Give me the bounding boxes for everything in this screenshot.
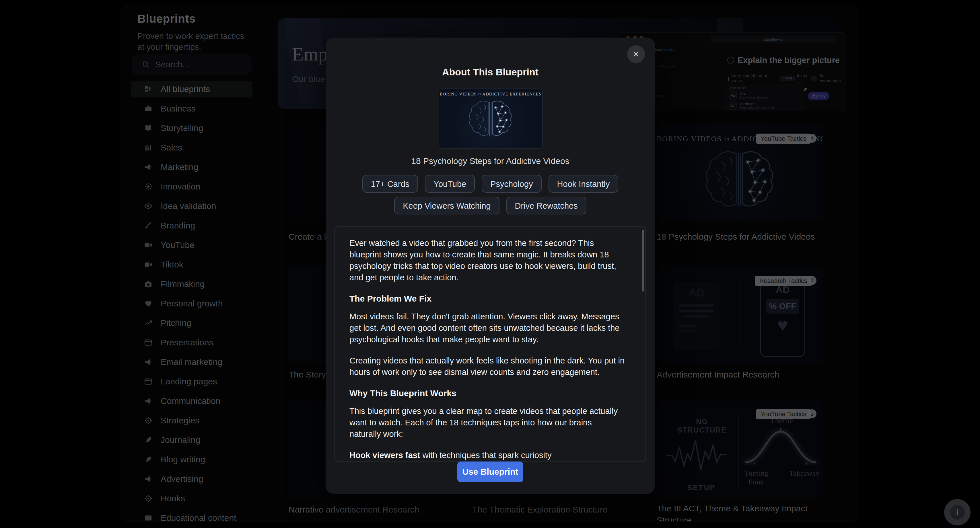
close-icon: ✕ [633,49,639,59]
tag-youtube: YouTube [425,175,475,193]
thumbnail-caption: BORING VIDEOS vs ADDICTIVE EXPERIENCES [439,92,542,97]
modal-title: About This Blueprint [326,67,655,78]
modal-body-paragraph: Creating videos that actually work feels… [349,355,625,378]
scrollbar-thumb[interactable] [642,230,644,292]
modal-body-paragraph: Most videos fail. They don't grab attent… [349,311,625,345]
bold-lead: Hook viewers fast [349,450,420,460]
tag-keep-viewers-watching: Keep Viewers Watching [394,197,499,214]
modal-body-paragraph: Hook viewers fast with techniques that s… [349,449,625,461]
tag-hook-instantly: Hook Instantly [549,175,619,193]
description-scroll-area[interactable]: Ever watched a video that grabbed you fr… [334,227,646,462]
modal-body-heading: Why This Blueprint Works [349,388,625,399]
about-blueprint-modal: ✕ About This Blueprint BORING VIDEOS vs … [326,38,655,494]
tag-row: Keep Viewers WatchingDrive Rewatches [326,197,655,214]
modal-body-heading: The Problem We Fix [349,293,625,304]
tag-drive-rewatches: Drive Rewatches [506,197,586,214]
help-floating-button[interactable]: i [944,499,970,525]
paragraph-text: with techniques that spark curiosity [420,450,552,460]
tag-row: 17+ CardsYouTubePsychologyHook Instantly [326,175,655,193]
screen: { "sidebar": { "title": "Blueprints", "s… [0,0,980,528]
close-button[interactable]: ✕ [627,45,645,63]
info-icon: i [950,505,965,520]
blueprint-name: 18 Psychology Steps for Addictive Videos [326,156,655,166]
blueprint-thumbnail: BORING VIDEOS vs ADDICTIVE EXPERIENCES [439,89,542,149]
modal-body-paragraph: Ever watched a video that grabbed you fr… [349,237,625,283]
use-blueprint-button[interactable]: Use Blueprint [457,461,523,482]
modal-body-paragraph: This blueprint gives you a clear map to … [349,405,625,440]
tag-17-cards: 17+ Cards [362,175,418,193]
tag-psychology: Psychology [482,175,541,193]
brain-illustration [439,97,542,143]
